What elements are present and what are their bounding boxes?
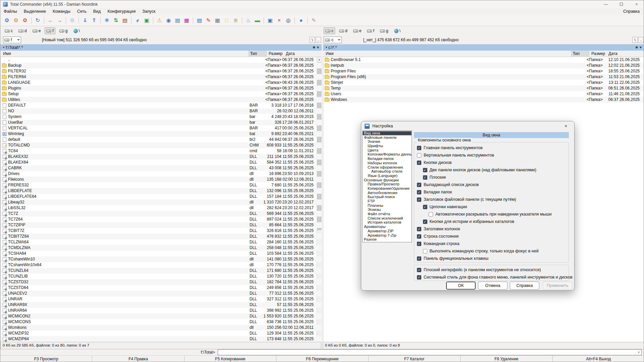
file-row[interactable]: LIBDEFLATE64DLL157 18425.06.2025 11:55 [1,194,322,199]
edit-disabled-icon[interactable]: ✎ [309,16,318,25]
tree-item[interactable]: Шрифты [363,144,412,148]
checkbox-checked[interactable]: ✓ [423,175,427,180]
path-dropdown-icon[interactable]: ▼ [325,46,328,49]
doc-warning-icon[interactable]: ⚠ [155,16,164,25]
checkbox-row[interactable]: ✓Заголовок файловой панели (с текущим пу… [417,196,516,202]
drive-button-d[interactable]: d [337,27,349,34]
column-header-date[interactable]: Дата [286,51,295,56]
checkbox-row[interactable]: ✓Плоский интерфейс (к панелям инструмент… [417,267,541,273]
checkbox-row[interactable]: ✓Командная строка [417,241,460,247]
tree-item[interactable]: Копирование/Удаление [363,186,412,191]
command-line-input[interactable]: ∨ [218,349,642,355]
file-row[interactable]: TCBIT7Z64DLL476 83225.06.2025 11:55 [1,234,322,239]
tree-item[interactable]: Язык (Language) [363,174,412,178]
tree-item[interactable]: Архиватор 7-Zip [363,233,412,238]
column-header-name[interactable]: Имя [326,51,333,56]
search-files-icon[interactable]: ◎ [284,16,293,25]
file-row[interactable]: Backup<Папка>26.06.2025 06:37 [1,63,322,68]
file-row[interactable]: WCMICONSDLL638 73625.06.2025 11:55 [1,319,322,325]
calculator-icon[interactable]: ▦ [213,16,222,25]
checkbox-checked[interactable]: ✓ [417,197,421,202]
drive-button-e[interactable]: e [31,27,43,34]
column-header-type[interactable]: ↑Тип [249,51,267,57]
cd-icon[interactable]: ● [297,16,306,25]
fkey-button-1[interactable]: F3 Просмотр [0,356,92,362]
menu-item-сеть[interactable]: Сеть [74,9,90,14]
path-dropdown-icon[interactable]: ▼ [2,46,5,49]
drive-button-g[interactable]: g [58,27,69,34]
doc-list-icon[interactable]: ▤ [173,16,182,25]
file-row[interactable]: Slimjet<Папка>22.06.2025 13:11 [323,80,644,85]
new-note-icon[interactable]: □ [222,16,231,25]
maximize-button[interactable] [613,0,629,8]
checkbox-checked[interactable]: ✓ [417,146,421,150]
drive-button-c[interactable]: c [324,27,335,34]
tree-item[interactable]: Файловые панели [363,135,412,140]
network-neighborhood-button[interactable]: \ [71,27,82,34]
tree-item[interactable]: Вкладки папок [363,157,412,161]
checkbox-checked[interactable]: ✓ [417,161,421,165]
file-row[interactable]: inetpub<Папка>21.06.2025 12:02 [323,63,644,68]
checkbox-checked[interactable]: ✓ [417,227,421,231]
doc-search-icon[interactable]: ◉ [164,16,173,25]
clipboard-icon[interactable]: ▤ [120,16,129,25]
checkbox-row[interactable]: ✓Вкладки папок [417,189,452,195]
tree-item[interactable]: Значки [363,139,412,144]
file-row[interactable]: CABRKDLL43 00825.06.2025 11:55 [1,165,322,171]
menu-item-выделение[interactable]: Выделение [20,9,49,14]
fkey-button-5[interactable]: F7 Каталог [368,356,460,362]
options-gear-orange-icon[interactable]: ⚙ [11,16,20,25]
file-row[interactable]: TCMDLZMADLL258 04825.06.2025 11:55 [1,245,322,251]
tree-item[interactable]: Вид окна [363,131,412,135]
defrag-icon[interactable]: ▬ [253,16,262,25]
notepad-icon[interactable]: ▤ [195,16,204,25]
drive-button-e[interactable]: e [352,27,363,34]
right-root-button[interactable]: \ [632,37,638,43]
fkey-button-4[interactable]: F6 Перемещение [276,356,368,362]
file-row[interactable]: LIBDEFLATEDLL132 09625.06.2025 11:55 [1,188,322,194]
column-header-size[interactable]: Размер [591,51,605,56]
checkbox-row[interactable]: ✓Кнопки дисков [417,160,452,166]
close-button[interactable]: × [629,0,644,8]
file-row[interactable]: Drivesdll16 89610.09.2013 23:50 [1,171,322,177]
file-row[interactable]: Program Files (x86)<Папка>21.06.2025 11:… [323,74,644,80]
forward-icon[interactable]: → [55,16,64,25]
tree-item[interactable]: История каталогов [363,220,412,225]
file-row[interactable]: TC7ZIPIFDLL85 66425.06.2025 11:55 [1,222,322,228]
checkbox-checked[interactable]: ✓ [417,242,421,246]
left-root-button[interactable]: \ [310,37,315,43]
tree-item[interactable]: Плагины [363,203,412,208]
file-row[interactable]: LibSSL32dll282 62412.02.2017 23:20 [1,205,322,211]
file-row[interactable]: LANGUAGE<Папка>26.06.2025 06:43 [1,80,322,85]
file-row[interactable]: WCMZIP32DLL129 30425.06.2025 11:55 [1,330,322,336]
file-row[interactable]: DEFAULTBAR3 31817.06.2016 10:17 [1,103,322,108]
file-row[interactable]: TCZSTD32DLL182 78425.06.2025 11:55 [1,279,322,285]
file-row[interactable]: TCZSTD64DLL249 85625.06.2025 11:55 [1,285,322,291]
file-row[interactable]: WinIntegbat9 89206.05.2021 23:40 [1,131,322,137]
options-gear-red-icon[interactable]: ⚙ [20,16,30,25]
file-row[interactable]: UNRARDLL327 31225.06.2025 11:55 [1,296,322,302]
menu-item-запуск[interactable]: Запуск [139,9,159,14]
column-header-name[interactable]: Имя [3,51,11,56]
dialog-title-bar[interactable]: Настройка × [361,121,574,131]
drive-button-g[interactable]: g [378,27,390,34]
file-row[interactable]: TCLZMA64DLL284 16025.06.2025 11:55 [1,239,322,245]
back-icon[interactable]: ← [46,16,55,25]
checkbox-row[interactable]: Автоматически раскрывать при наведении у… [429,211,552,217]
file-row[interactable]: VERTICALBAR41725.06.2025 00:00 [1,125,322,131]
file-row[interactable]: Fileiconsdll135 16812.06.2011 02:00 [1,177,322,182]
checkbox-row[interactable]: ✓Панель функциональных клавиш [417,255,488,261]
split-files-icon[interactable]: ✱ [102,16,111,25]
minimize-button[interactable]: — [598,0,613,8]
file-row[interactable]: TCUNZLIBDLL130 72025.06.2025 11:55 [1,274,322,279]
checkbox-row[interactable]: ✓Цепочки навигации [423,204,467,210]
brush-icon[interactable]: ✎ [204,16,213,25]
left-drive-combo[interactable]: f [3,37,21,43]
checkbox-unchecked[interactable] [429,212,433,217]
file-row[interactable]: TCshareWin10dll141 08025.06.2025 11:55 [1,256,322,262]
pack-files-icon[interactable]: ⇓ [80,16,90,25]
fkey-button-6[interactable]: F8 Удаление [460,356,552,362]
file-row[interactable]: WCMICON2DLL1 553 92025.06.2025 11:55 [1,313,322,319]
tree-item[interactable]: Автовыбор стиля [363,169,412,174]
tree-item[interactable]: Файл отчёта [363,212,412,216]
